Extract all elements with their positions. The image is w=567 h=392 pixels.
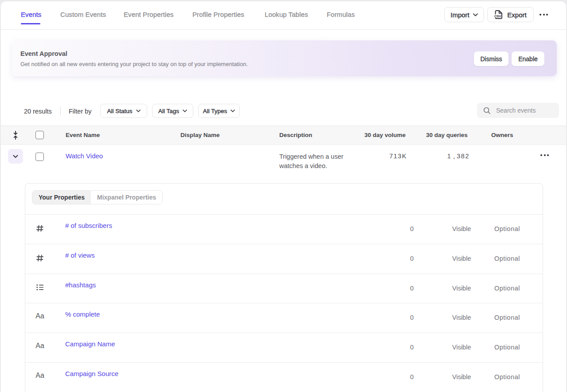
svg-text:CSV: CSV bbox=[494, 14, 501, 18]
